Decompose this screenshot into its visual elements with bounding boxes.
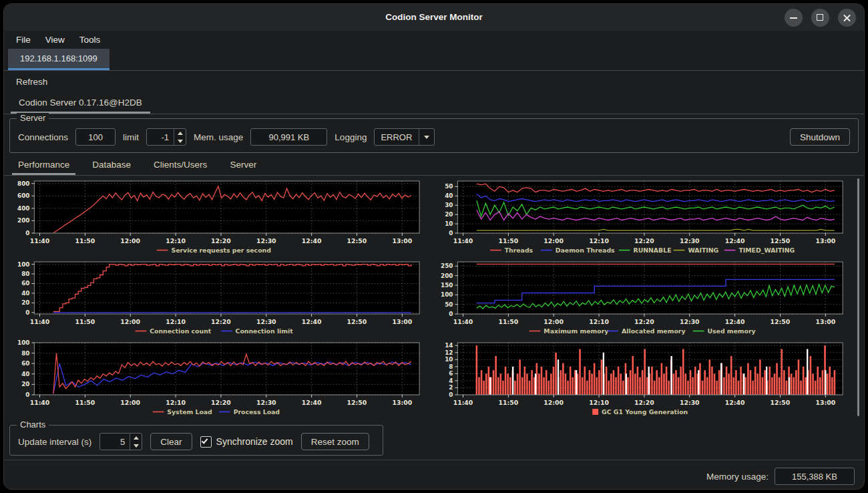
interval-spin-up-button[interactable]	[130, 434, 142, 442]
svg-text:11:40: 11:40	[453, 318, 473, 325]
chart-system-load[interactable]: 02040608010011:4011:5012:0012:1012:2012:…	[8, 339, 425, 419]
update-interval-spinner[interactable]: 5	[99, 433, 142, 450]
chart-gc[interactable]: 0246810121411:4011:5012:0012:1012:2012:3…	[431, 339, 848, 419]
svg-text:Allocated memory: Allocated memory	[622, 327, 685, 335]
reset-zoom-button[interactable]: Reset zoom	[301, 433, 369, 450]
refresh-row: Refresh	[4, 71, 864, 92]
clear-button[interactable]: Clear	[150, 433, 192, 450]
chevron-up-icon	[178, 132, 183, 135]
svg-text:80: 80	[21, 271, 29, 277]
svg-text:0: 0	[25, 309, 29, 316]
logging-combobox[interactable]: ERROR	[374, 128, 435, 146]
svg-text:4: 4	[449, 377, 453, 384]
svg-text:40: 40	[21, 371, 29, 377]
svg-text:12:50: 12:50	[771, 399, 791, 406]
chart-threads[interactable]: 0102030405011:4011:5012:0012:1012:2012:3…	[431, 178, 848, 257]
svg-text:13:00: 13:00	[392, 237, 412, 244]
svg-text:12:20: 12:20	[634, 237, 654, 244]
menu-view[interactable]: View	[45, 35, 65, 45]
svg-text:11:50: 11:50	[75, 399, 95, 406]
svg-text:12:30: 12:30	[256, 318, 276, 325]
svg-text:20: 20	[445, 211, 453, 218]
tab-server[interactable]: Server	[224, 156, 262, 175]
scrollbar[interactable]	[857, 178, 859, 416]
svg-text:Used memory: Used memory	[707, 327, 755, 335]
svg-text:12:50: 12:50	[771, 318, 791, 325]
svg-text:12:10: 12:10	[589, 318, 609, 325]
svg-text:Threads: Threads	[505, 246, 533, 254]
svg-text:12:30: 12:30	[680, 318, 700, 325]
menu-file[interactable]: File	[16, 35, 31, 45]
chart-memory[interactable]: 05010015020025011:4011:5012:0012:1012:20…	[431, 259, 848, 338]
svg-text:20: 20	[21, 381, 29, 387]
svg-text:WAITING: WAITING	[688, 246, 718, 254]
svg-text:12: 12	[445, 349, 453, 356]
svg-text:400: 400	[17, 205, 29, 212]
svg-text:800: 800	[17, 180, 29, 187]
svg-text:10: 10	[445, 220, 453, 227]
limit-value[interactable]: -1	[147, 129, 174, 145]
limit-spin-up-button[interactable]	[174, 129, 186, 137]
svg-text:12:40: 12:40	[725, 399, 745, 406]
svg-text:11:50: 11:50	[75, 237, 95, 244]
svg-text:Service requests per second: Service requests per second	[171, 246, 270, 254]
connections-field[interactable]: 100	[75, 128, 116, 146]
svg-text:50: 50	[445, 301, 453, 308]
svg-text:50: 50	[445, 183, 453, 190]
tab-database[interactable]: Database	[86, 156, 137, 175]
shutdown-button[interactable]: Shutdown	[790, 128, 850, 146]
logging-dropdown-button[interactable]	[419, 129, 434, 145]
svg-text:40: 40	[21, 290, 29, 297]
chart-canvas: 0102030405011:4011:5012:0012:1012:2012:3…	[431, 178, 848, 257]
chart-canvas: 020040060080011:4011:5012:0012:1012:2012…	[8, 178, 425, 257]
chart-canvas: 02040608010011:4011:5012:0012:1012:2012:…	[8, 339, 425, 419]
limit-spin-down-button[interactable]	[174, 137, 186, 145]
svg-text:0: 0	[449, 391, 453, 398]
svg-text:13:00: 13:00	[815, 237, 835, 244]
svg-text:12:20: 12:20	[211, 318, 231, 325]
svg-text:12:30: 12:30	[680, 399, 700, 406]
svg-text:12:30: 12:30	[256, 237, 276, 244]
svg-text:Connection limit: Connection limit	[236, 327, 294, 335]
svg-text:600: 600	[17, 192, 29, 199]
minimize-button[interactable]	[785, 9, 803, 27]
svg-text:11:40: 11:40	[453, 399, 473, 406]
svg-text:13:00: 13:00	[815, 399, 835, 406]
memory-usage-field[interactable]: 155,388 KB	[775, 468, 855, 485]
refresh-button[interactable]: Refresh	[16, 77, 47, 87]
mem-usage-field[interactable]: 90,991 KB	[250, 128, 327, 146]
chart-canvas: 05010015020025011:4011:5012:0012:1012:20…	[431, 259, 848, 338]
tab-clients-users[interactable]: Clients/Users	[148, 156, 213, 175]
svg-text:11:50: 11:50	[499, 237, 519, 244]
svg-text:11:40: 11:40	[453, 237, 473, 244]
logging-value: ERROR	[375, 129, 419, 145]
server-tab[interactable]: Codion Server 0.17.16@H2DB	[11, 94, 150, 114]
svg-text:12:10: 12:10	[589, 237, 609, 244]
svg-text:12:40: 12:40	[725, 237, 745, 244]
window-controls	[785, 9, 856, 27]
update-interval-label: Update interval (s)	[18, 437, 91, 447]
chevron-up-icon	[134, 436, 139, 440]
svg-text:11:40: 11:40	[30, 318, 50, 325]
chart-connections[interactable]: 02040608010011:4011:5012:0012:1012:2012:…	[8, 259, 425, 338]
synchronize-zoom-checkbox[interactable]	[200, 436, 212, 448]
svg-text:11:40: 11:40	[30, 399, 50, 406]
svg-text:0: 0	[25, 391, 29, 398]
svg-text:8: 8	[449, 363, 453, 370]
chart-service-requests[interactable]: 020040060080011:4011:5012:0012:1012:2012…	[8, 178, 425, 257]
logging-label: Logging	[335, 132, 367, 142]
charts-group-title: Charts	[17, 420, 49, 430]
menu-bar: File View Tools	[4, 31, 864, 49]
host-tab[interactable]: 192.168.1.168:1099	[8, 49, 110, 70]
tab-performance[interactable]: Performance	[12, 156, 75, 175]
interval-spin-down-button[interactable]	[130, 442, 142, 450]
maximize-icon	[817, 14, 823, 21]
limit-spinner[interactable]: -1	[146, 128, 186, 146]
menu-tools[interactable]: Tools	[79, 35, 101, 45]
svg-text:12:30: 12:30	[680, 237, 700, 244]
svg-text:12:20: 12:20	[634, 318, 654, 325]
update-interval-value[interactable]: 5	[100, 434, 130, 450]
svg-text:40: 40	[445, 192, 453, 199]
maximize-button[interactable]	[811, 9, 829, 27]
close-button[interactable]	[838, 9, 856, 27]
